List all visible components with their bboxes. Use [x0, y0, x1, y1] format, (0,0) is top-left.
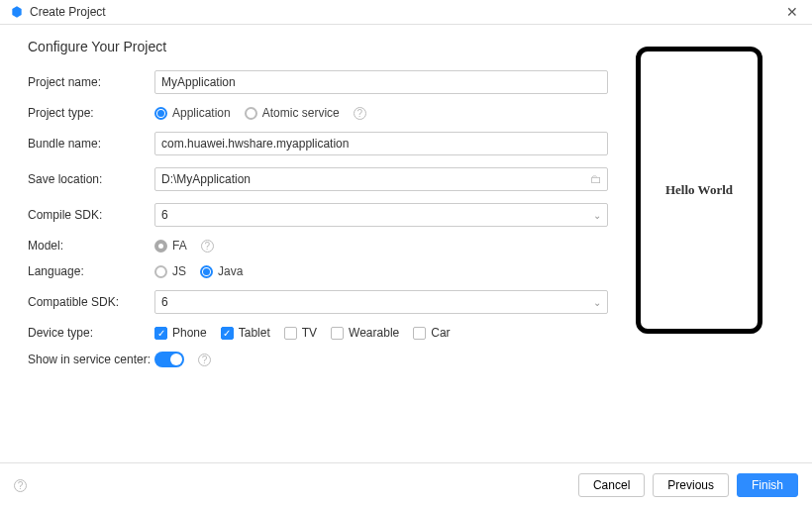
window-title: Create Project: [30, 5, 106, 19]
help-icon[interactable]: ?: [198, 354, 211, 366]
page-title: Configure Your Project: [28, 39, 616, 54]
language-java-radio[interactable]: Java: [200, 264, 243, 278]
project-type-atomic-radio[interactable]: Atomic service: [245, 106, 340, 120]
language-js-radio[interactable]: JS: [154, 264, 186, 278]
titlebar: Create Project ✕: [0, 0, 812, 25]
model-fa-radio: FA: [154, 239, 187, 253]
service-center-label: Show in service center:: [28, 353, 154, 366]
chevron-down-icon: ⌄: [593, 297, 601, 308]
compile-sdk-select[interactable]: 6 ⌄: [154, 203, 608, 227]
help-icon[interactable]: ?: [201, 240, 214, 253]
device-type-phone-checkbox[interactable]: ✓Phone: [154, 326, 207, 340]
help-icon[interactable]: ?: [14, 479, 27, 492]
device-type-tv-checkbox[interactable]: TV: [284, 326, 317, 340]
compile-sdk-label: Compile SDK:: [28, 208, 154, 222]
bundle-name-input[interactable]: [154, 132, 608, 155]
device-type-car-checkbox[interactable]: Car: [413, 326, 450, 340]
compatible-sdk-select[interactable]: 6 ⌄: [154, 290, 608, 314]
folder-icon[interactable]: 🗀: [590, 172, 602, 186]
project-type-application-radio[interactable]: Application: [154, 106, 231, 120]
project-type-label: Project type:: [28, 106, 154, 120]
save-location-label: Save location:: [28, 172, 154, 186]
language-label: Language:: [28, 264, 154, 278]
project-name-input[interactable]: [154, 70, 608, 94]
finish-button[interactable]: Finish: [737, 473, 798, 497]
device-preview: Hello World: [636, 47, 762, 334]
save-location-input[interactable]: [154, 167, 608, 191]
project-name-label: Project name:: [28, 75, 154, 89]
previous-button[interactable]: Previous: [653, 473, 729, 497]
bundle-name-label: Bundle name:: [28, 137, 154, 151]
service-center-toggle[interactable]: [154, 352, 184, 367]
cancel-button[interactable]: Cancel: [578, 473, 645, 497]
device-type-tablet-checkbox[interactable]: ✓Tablet: [221, 326, 270, 340]
device-type-wearable-checkbox[interactable]: Wearable: [331, 326, 399, 340]
help-icon[interactable]: ?: [354, 107, 366, 120]
compatible-sdk-label: Compatible SDK:: [28, 295, 154, 309]
device-type-label: Device type:: [28, 326, 154, 340]
create-project-dialog: Create Project ✕ Configure Your Project …: [0, 0, 812, 507]
preview-text: Hello World: [665, 182, 733, 198]
model-label: Model:: [28, 239, 154, 253]
chevron-down-icon: ⌄: [593, 210, 601, 221]
close-icon[interactable]: ✕: [782, 4, 802, 20]
app-logo-icon: [10, 5, 24, 19]
